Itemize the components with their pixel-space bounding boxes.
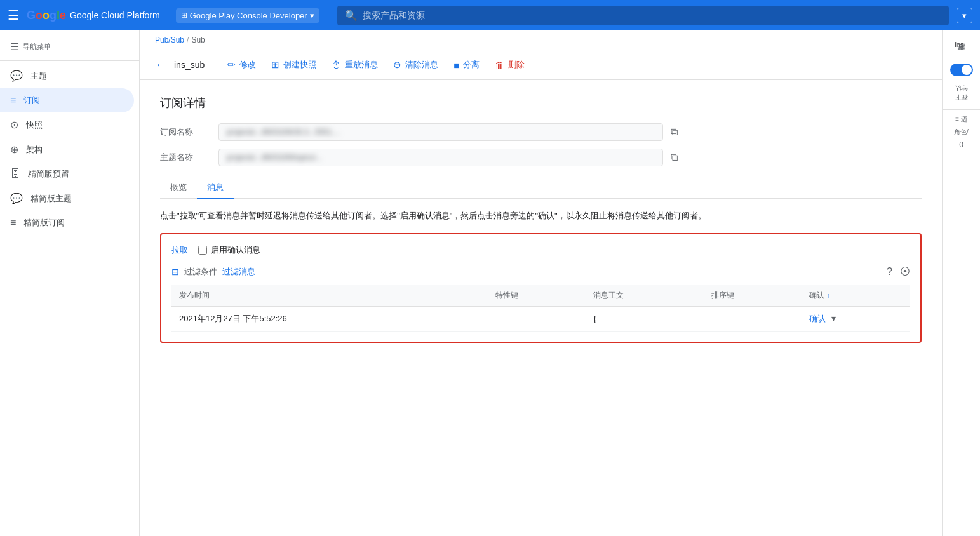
sidebar-item-lite-subscriptions[interactable]: ≡ 精简版订阅 [0, 211, 134, 235]
cell-message-body: { [586, 306, 703, 331]
copy-subscription-name-button[interactable]: ⧉ [671, 126, 678, 138]
back-button[interactable]: ← [155, 58, 166, 72]
topic-name-value: projects/...8603169/topics/... [218, 149, 663, 166]
message-panel: 拉取 启用确认消息 ⊟ 过滤条件 过滤消息 ? ⦿ [160, 233, 922, 343]
cell-attribute-key: – [488, 306, 586, 331]
ack-expand-button[interactable]: ▾ [831, 313, 836, 323]
create-snapshot-label: 创建快照 [283, 59, 316, 70]
topic-name-row: 主题名称 projects/...8603169/topics/... ⧉ [160, 149, 922, 166]
tabs: 概览 消息 [160, 177, 922, 199]
snapshots-icon: ⊙ [10, 119, 18, 131]
breadcrumb: Pub/Sub / Sub [140, 30, 942, 50]
sidebar-item-architecture[interactable]: ⊕ 架构 [0, 137, 134, 162]
create-snapshot-button[interactable]: ⊞ 创建快照 [264, 55, 324, 74]
nav-header-label: 导航菜单 [23, 42, 51, 51]
sidebar-item-snapshots[interactable]: ⊙ 快照 [0, 112, 134, 137]
sidebar-item-lite-snapshots[interactable]: 🗄 精简版预留 [0, 162, 134, 186]
section-title: 订阅详情 [160, 95, 922, 111]
topbar-search[interactable]: 🔍 [337, 6, 949, 25]
th-ack[interactable]: 确认 ↑ [802, 285, 910, 307]
enable-ack-label[interactable]: 启用确认消息 [198, 245, 260, 256]
filter-bar: ⊟ 过滤条件 过滤消息 ? ⦿ [171, 264, 910, 280]
breadcrumb-pubsub[interactable]: Pub/Sub [155, 36, 184, 44]
right-panel: ins_ 权限 在下 号认 ≡ 迈 角色/ 0 [942, 30, 980, 536]
detach-button[interactable]: ■ 分离 [446, 55, 487, 74]
topics-icon: 💬 [10, 70, 23, 82]
table-body: 2021年12月27日 下午5:52:26 – { – 确认 ▾ [171, 306, 910, 331]
right-panel-toggle-label: 在下 号认 [955, 84, 968, 102]
sidebar-item-lite-topics[interactable]: 💬 精简版主题 [0, 186, 134, 211]
gcp-logo-icon: Google [27, 9, 66, 22]
clear-button[interactable]: ⊖ 清除消息 [386, 55, 446, 74]
right-panel-title: ins_ [955, 41, 967, 48]
topbar-logo-text: Google Cloud Platform [70, 10, 160, 20]
th-message-body: 消息正文 [586, 285, 703, 307]
topbar-right: ▾ [957, 8, 972, 23]
nav-header: ☰ 导航菜单 [0, 36, 139, 61]
sidebar-item-label-architecture: 架构 [26, 144, 43, 156]
th-ack-label: 确认 [809, 290, 824, 301]
action-bar: ← ins_sub ✏ 修改 ⊞ 创建快照 ⏱ 重放消息 ⊖ 清除消息 ■ 分离 [140, 50, 942, 80]
lite-subscriptions-icon: ≡ [10, 217, 16, 229]
tab-messages[interactable]: 消息 [197, 177, 234, 199]
search-input[interactable] [363, 10, 941, 20]
layout: ☰ 导航菜单 💬 主题 ≡ 订阅 ⊙ 快照 ⊕ 架构 🗄 精简版预留 💬 精简版… [0, 30, 980, 536]
enable-ack-text: 启用确认消息 [211, 245, 260, 256]
table-row: 2021年12月27日 下午5:52:26 – { – 确认 ▾ [171, 306, 910, 331]
pull-bar: 拉取 启用确认消息 [171, 245, 910, 256]
sort-icon: ↑ [827, 292, 830, 299]
sidebar-item-label-lite-topics: 精简版主题 [30, 193, 72, 204]
detach-label: 分离 [463, 59, 480, 70]
topic-name-label: 主题名称 [160, 152, 211, 163]
edit-icon: ✏ [227, 59, 236, 70]
lite-topics-icon: 💬 [10, 192, 23, 204]
topbar-divider [168, 9, 168, 22]
filter-messages-link[interactable]: 过滤消息 [222, 266, 255, 278]
pull-link[interactable]: 拉取 [171, 245, 188, 256]
replay-label: 重放消息 [345, 59, 378, 70]
breadcrumb-separator: / [187, 36, 189, 44]
sidebar-item-topics[interactable]: 💬 主题 [0, 64, 134, 88]
filter-actions: ? ⦿ [887, 266, 910, 278]
replay-button[interactable]: ⏱ 重放消息 [324, 55, 386, 74]
sidebar-item-label-snapshots: 快照 [26, 119, 43, 131]
topbar-dropdown[interactable]: ▾ [957, 8, 972, 23]
sidebar: ☰ 导航菜单 💬 主题 ≡ 订阅 ⊙ 快照 ⊕ 架构 🗄 精简版预留 💬 精简版… [0, 30, 140, 536]
project-icon: ⊞ [181, 11, 187, 20]
tab-overview[interactable]: 概览 [160, 177, 197, 199]
ack-button[interactable]: 确认 [809, 314, 826, 323]
subscription-name-value: projects/...8603169/26.3...5551.... [218, 123, 663, 141]
edit-button[interactable]: ✏ 修改 [220, 55, 264, 74]
project-name: Google Play Console Developer [190, 11, 307, 20]
filter-conditions-label: 过滤条件 [184, 266, 217, 278]
enable-ack-checkbox[interactable] [198, 246, 207, 255]
table-header: 发布时间 特性键 消息正文 排序键 确认 ↑ [171, 285, 910, 307]
columns-icon[interactable]: ⦿ [900, 266, 910, 278]
architecture-icon: ⊕ [10, 144, 18, 156]
th-order-key: 排序键 [704, 285, 802, 307]
cell-ack: 确认 ▾ [802, 306, 910, 331]
delete-button[interactable]: 🗑 删除 [487, 55, 532, 74]
delete-label: 删除 [508, 59, 525, 70]
sidebar-item-subscriptions[interactable]: ≡ 订阅 [0, 88, 134, 112]
copy-topic-name-button[interactable]: ⧉ [671, 152, 678, 163]
filter-icon: ⊟ [171, 267, 179, 277]
edit-label: 修改 [239, 59, 256, 70]
detach-icon: ■ [453, 60, 459, 70]
delete-icon: 🗑 [495, 60, 504, 70]
messages-table: 发布时间 特性键 消息正文 排序键 确认 ↑ [171, 285, 910, 332]
clear-label: 清除消息 [405, 59, 438, 70]
right-panel-section: ≡ 迈 角色/ 0 [943, 109, 980, 154]
help-icon[interactable]: ? [887, 266, 892, 278]
subpage: Pub/Sub / Sub ← ins_sub ✏ 修改 ⊞ 创建快照 ⏱ 重放… [140, 30, 942, 536]
menu-icon[interactable]: ☰ [8, 8, 19, 23]
create-snapshot-icon: ⊞ [271, 59, 279, 70]
project-selector[interactable]: ⊞ Google Play Console Developer ▾ [176, 8, 319, 23]
subscription-name-label: 订阅名称 [160, 126, 211, 138]
clear-icon: ⊖ [393, 59, 401, 70]
sidebar-item-label-lite-subscriptions: 精简版订阅 [23, 217, 65, 229]
sidebar-item-label-subscriptions: 订阅 [23, 95, 40, 106]
subscriptions-icon: ≡ [10, 95, 16, 106]
toggle-switch[interactable] [950, 64, 973, 76]
subscription-name-row: 订阅名称 projects/...8603169/26.3...5551....… [160, 123, 922, 141]
